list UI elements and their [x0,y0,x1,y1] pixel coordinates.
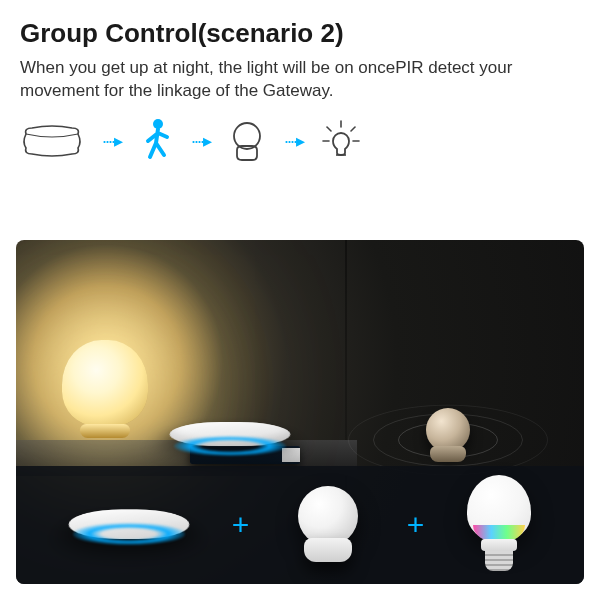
gateway-device-scene [170,412,290,462]
flow-arrow-icon: ····▸ [102,130,121,152]
flow-arrow-icon: ····▸ [284,130,303,152]
plus-icon: + [407,508,425,542]
plus-icon: + [232,508,250,542]
pir-sensor-product-icon [288,480,368,570]
person-walking-icon [139,117,173,165]
smart-bulb-icon [463,475,535,575]
scene-photo: + + [16,240,584,584]
page-title: Group Control(scenario 2) [20,18,580,49]
svg-line-3 [327,127,331,131]
gateway-icon [65,485,193,565]
table-lamp [62,340,148,426]
pir-sensor-icon [228,120,266,162]
svg-line-4 [351,127,355,131]
flow-arrow-icon: ····▸ [191,130,210,152]
product-strip: + + [16,466,584,584]
flow-diagram: ····▸ ····▸ ····▸ [0,117,600,183]
scenario-description: When you get up at night, the light will… [0,57,600,117]
pillow-icon [20,122,84,160]
light-bulb-icon [321,119,361,163]
table-lamp-base [80,424,130,438]
